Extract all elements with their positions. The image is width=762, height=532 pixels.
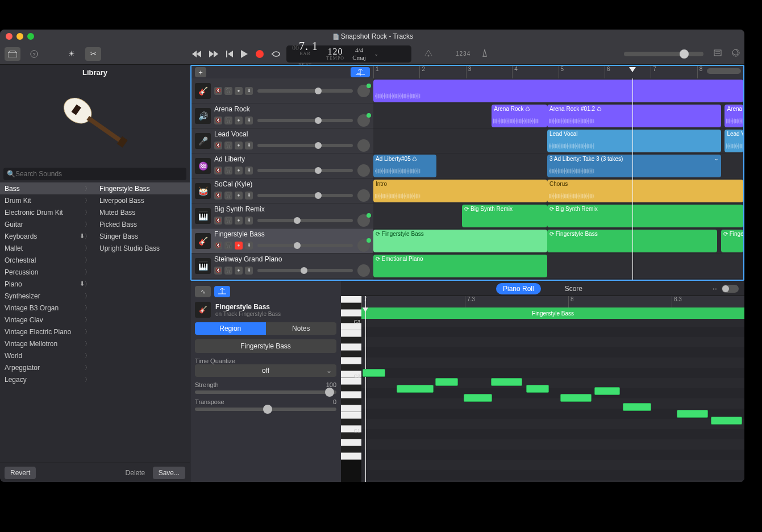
library-item[interactable]: Liverpool Bass bbox=[95, 194, 190, 206]
track-volume-slider[interactable] bbox=[257, 219, 353, 222]
library-item[interactable]: Stinger Bass bbox=[95, 230, 190, 242]
tab-score[interactable]: Score bbox=[558, 283, 589, 294]
input-monitor-button[interactable]: ⬇ bbox=[245, 167, 253, 174]
tab-piano-roll[interactable]: Piano Roll bbox=[496, 283, 541, 294]
pan-knob[interactable] bbox=[357, 114, 370, 127]
mute-button[interactable]: 🔇 bbox=[214, 217, 222, 225]
library-item[interactable]: World〉 bbox=[0, 350, 95, 361]
pan-knob[interactable] bbox=[357, 85, 370, 97]
library-item[interactable]: Drum Kit〉 bbox=[0, 194, 95, 206]
midi-note[interactable] bbox=[711, 417, 742, 425]
play-button[interactable] bbox=[241, 50, 248, 58]
input-monitor-button[interactable]: ⬇ bbox=[245, 117, 253, 124]
mute-button[interactable]: 🔇 bbox=[214, 192, 222, 200]
playhead-handle[interactable] bbox=[629, 67, 636, 72]
solo-button[interactable]: 🎧 bbox=[224, 192, 232, 200]
add-track-button[interactable]: ＋ bbox=[195, 67, 206, 77]
region[interactable]: Arena Rock #01.2 ♺ bbox=[547, 105, 721, 127]
region[interactable]: Lead Vocal bbox=[724, 130, 743, 152]
editor-zoom-toggle[interactable] bbox=[722, 285, 739, 293]
mute-button[interactable]: 🔇 bbox=[214, 242, 222, 250]
midi-note[interactable] bbox=[397, 385, 434, 393]
region[interactable]: Chorus bbox=[547, 180, 743, 202]
track-lane[interactable]: IntroChorus bbox=[373, 178, 743, 203]
record-enable-button[interactable]: ● bbox=[235, 117, 243, 124]
track-instrument-icon[interactable]: 🔊 bbox=[195, 108, 211, 124]
input-monitor-button[interactable]: ⬇ bbox=[245, 87, 253, 95]
lcd-timesig-key[interactable]: 4/4 Cmaj bbox=[352, 47, 366, 60]
metronome-button[interactable] bbox=[481, 49, 489, 59]
strength-slider[interactable] bbox=[195, 390, 336, 394]
library-item[interactable]: Fingerstyle Bass bbox=[95, 182, 190, 194]
track-instrument-icon[interactable]: ♒ bbox=[195, 158, 211, 174]
count-in-button[interactable]: 1234 bbox=[456, 51, 470, 57]
mute-button[interactable]: 🔇 bbox=[214, 167, 222, 174]
pan-knob[interactable] bbox=[357, 214, 370, 227]
record-enable-button[interactable]: ● bbox=[235, 192, 243, 200]
solo-button[interactable]: 🎧 bbox=[224, 242, 232, 250]
input-monitor-button[interactable]: ⬇ bbox=[245, 142, 253, 149]
record-enable-button[interactable]: ● bbox=[235, 87, 243, 95]
library-item[interactable]: Bass〉 bbox=[0, 182, 95, 194]
library-item[interactable]: Vintage Mellotron〉 bbox=[0, 338, 95, 350]
track-lane[interactable]: Arena Rock ♺Arena Rock #01.2 ♺Arena R bbox=[373, 103, 743, 128]
input-monitor-button[interactable]: ⬇ bbox=[245, 217, 253, 225]
region[interactable]: ⟳ Big Synth Remix bbox=[547, 205, 743, 227]
solo-button[interactable]: 🎧 bbox=[224, 217, 232, 225]
region[interactable]: Intro bbox=[373, 180, 547, 202]
piano-roll-playhead[interactable] bbox=[365, 296, 366, 482]
zoom-window-button[interactable] bbox=[27, 33, 34, 40]
library-revert-button[interactable]: Revert bbox=[5, 467, 36, 479]
rewind-button[interactable] bbox=[192, 51, 201, 57]
midi-note[interactable] bbox=[363, 369, 385, 377]
track-instrument-icon[interactable]: 🎸 bbox=[195, 83, 211, 99]
library-item[interactable]: Upright Studio Bass bbox=[95, 242, 190, 254]
solo-button[interactable]: 🎧 bbox=[224, 87, 232, 95]
record-enable-button[interactable]: ● bbox=[235, 217, 243, 225]
track-instrument-icon[interactable]: 🎤 bbox=[195, 133, 211, 149]
library-item[interactable]: Guitar〉 bbox=[0, 218, 95, 230]
library-item[interactable]: Picked Bass bbox=[95, 218, 190, 230]
pan-knob[interactable] bbox=[357, 239, 370, 252]
region[interactable]: 3 Ad Liberty: Take 3 (3 takes)⌄ bbox=[547, 155, 721, 177]
go-to-beginning-button[interactable] bbox=[226, 51, 233, 57]
track-header[interactable]: 🎤Lead Vocal🔇🎧●⬇ bbox=[191, 128, 373, 153]
track-header[interactable]: 🎸🔇🎧●⬇ bbox=[191, 78, 373, 103]
track-header[interactable]: 🥁SoCal (Kyle)🔇🎧●⬇ bbox=[191, 178, 373, 203]
cycle-button[interactable] bbox=[272, 51, 281, 57]
catch-playhead-button[interactable] bbox=[351, 67, 370, 77]
library-save-button[interactable]: Save... bbox=[153, 467, 185, 479]
library-item[interactable]: Percussion〉 bbox=[0, 266, 95, 278]
editor-catch-button[interactable] bbox=[214, 286, 230, 297]
library-item[interactable]: Legacy〉 bbox=[0, 373, 95, 385]
library-item[interactable]: Synthesizer〉 bbox=[0, 290, 95, 302]
track-lane[interactable]: ⟳ Big Synth Remix⟳ Big Synth Remix bbox=[373, 203, 743, 228]
forward-button[interactable] bbox=[209, 51, 218, 57]
track-lane[interactable]: ⟳ Fingerstyle Bass⟳ Fingerstyle Bass⟳ Fi… bbox=[373, 228, 743, 253]
track-volume-slider[interactable] bbox=[257, 144, 353, 147]
library-item[interactable]: Orchestral〉 bbox=[0, 254, 95, 266]
region[interactable]: Arena R bbox=[724, 105, 743, 127]
track-instrument-icon[interactable]: 🥁 bbox=[195, 183, 211, 199]
input-monitor-button[interactable]: ⬇ bbox=[245, 192, 253, 200]
solo-button[interactable]: 🎧 bbox=[224, 142, 232, 149]
track-instrument-icon[interactable]: 🎸 bbox=[195, 233, 211, 249]
segment-notes[interactable]: Notes bbox=[266, 322, 337, 335]
track-header[interactable]: ♒Ad Liberty🔇🎧●⬇ bbox=[191, 153, 373, 178]
track-instrument-icon[interactable]: 🎹 bbox=[195, 258, 211, 274]
library-search[interactable]: 🔍 bbox=[3, 168, 186, 180]
pan-knob[interactable] bbox=[357, 189, 370, 202]
track-header[interactable]: 🎸Fingerstyle Bass🔇🎧●⬇ bbox=[191, 228, 373, 253]
tuner-button[interactable] bbox=[424, 49, 433, 59]
library-item[interactable]: Mallet〉 bbox=[0, 242, 95, 254]
region[interactable]: ⟳ Big Synth Remix bbox=[462, 205, 547, 227]
quantize-select[interactable]: off bbox=[195, 364, 336, 377]
track-header[interactable]: 🎹Steinway Grand Piano🔇🎧●⬇ bbox=[191, 253, 373, 279]
track-volume-slider[interactable] bbox=[257, 169, 353, 172]
library-search-input[interactable] bbox=[15, 170, 183, 178]
editors-button[interactable]: ✂ bbox=[85, 47, 101, 61]
library-button[interactable] bbox=[5, 47, 20, 61]
record-enable-button[interactable]: ● bbox=[235, 267, 243, 275]
track-header[interactable]: 🔊Arena Rock🔇🎧●⬇ bbox=[191, 103, 373, 128]
horizontal-zoom-scroll[interactable] bbox=[707, 68, 741, 74]
